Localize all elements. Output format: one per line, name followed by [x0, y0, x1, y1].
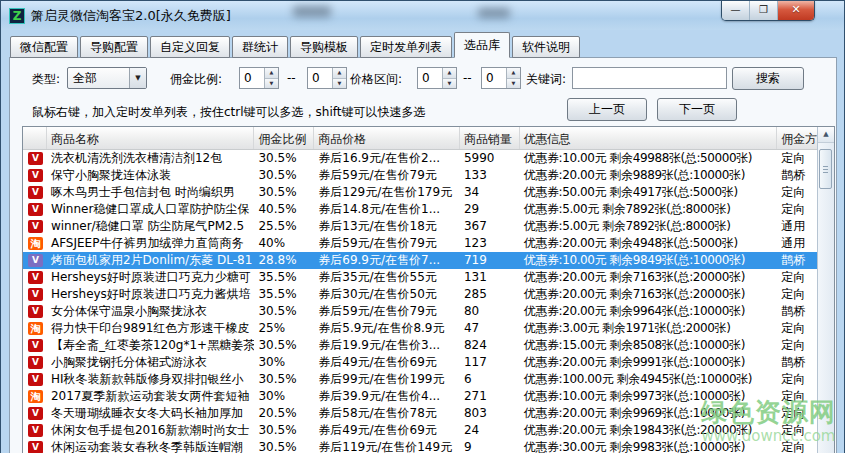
- tab-custom-reply[interactable]: 自定义回复: [150, 36, 230, 58]
- tmall-icon: V: [28, 186, 43, 199]
- tab-label: 自定义回复: [160, 40, 220, 54]
- sales-cell: 123: [460, 235, 520, 252]
- column-header-commission[interactable]: 佣金比例: [254, 127, 314, 149]
- column-header-price[interactable]: 商品价格: [314, 127, 460, 149]
- sales-cell: 824: [460, 337, 520, 354]
- sales-cell: 29: [460, 201, 520, 218]
- price-cell: 券后49元/在售价69元: [314, 354, 460, 371]
- tab-product-library[interactable]: 选品库: [454, 32, 510, 58]
- maximize-button[interactable]: ❐: [750, 1, 778, 20]
- product-grid: 商品名称 佣金比例 商品价格 商品销量 优惠信息 佣金方式 V 洗衣机清洗剂洗衣…: [23, 127, 817, 453]
- coupon-info-cell: 优惠券:20.00元 剩余7163张(总:20000张): [520, 269, 777, 286]
- commission-type-cell: 鹊桥: [777, 354, 817, 371]
- spinner-down-icon[interactable]: ▼: [507, 79, 520, 89]
- coupon-info-cell: 优惠券:5.00元 剩余7892张(总:8000张): [520, 201, 777, 218]
- price-min-value[interactable]: 0: [418, 68, 442, 88]
- spinner-down-icon[interactable]: ▼: [265, 79, 278, 89]
- tab-guide-template[interactable]: 导购模板: [290, 36, 358, 58]
- product-name-cell: 啄木鸟男士手包信封包 时尚编织男: [47, 184, 254, 201]
- price-min-spinner[interactable]: 0 ▲▼: [417, 67, 457, 89]
- column-header-name[interactable]: 商品名称: [47, 127, 254, 149]
- table-row[interactable]: 淘 得力快干印台9891红色方形速干橡皮 25% 券后5.9元/在售价8.9元 …: [23, 320, 817, 337]
- coupon-info-cell: 优惠券:20.00元 剩余9991张(总:10000张): [520, 354, 777, 371]
- tmall-icon: V: [28, 169, 43, 182]
- minimize-button[interactable]: —: [722, 1, 750, 20]
- scroll-up-icon[interactable]: ▲: [818, 127, 834, 143]
- tmall-icon: V: [28, 407, 43, 420]
- type-select[interactable]: 全部 ▼: [67, 67, 147, 89]
- column-header-sales[interactable]: 商品销量: [460, 127, 520, 149]
- product-name-cell: 冬天珊瑚绒睡衣女冬大码长袖加厚加: [47, 405, 254, 422]
- commission-type-cell: 定向: [777, 269, 817, 286]
- table-row[interactable]: V 【寿全斋_红枣姜茶120g*1+黑糖姜茶 30.5% 券后19.9元/在售价…: [23, 337, 817, 354]
- taobao-icon: 淘: [28, 237, 43, 250]
- commission-cell: 30.5%: [254, 371, 314, 388]
- commission-cell: 30%: [254, 354, 314, 371]
- app-window: Z 箫启灵微信淘客宝2.0[永久免费版] — ❐ ✕ 微信配置 导购配置 自定义…: [0, 0, 845, 453]
- table-row[interactable]: V 洗衣机清洗剂洗衣槽清洁剂12包 30.5% 券后16.9元/在售价2... …: [23, 150, 817, 167]
- spinner-up-icon[interactable]: ▲: [333, 68, 346, 79]
- spinner-buttons: ▲▼: [332, 68, 346, 88]
- coupon-info-cell: 优惠券:15.00元 剩余8508张(总:10000张): [520, 337, 777, 354]
- vertical-scrollbar[interactable]: ▲: [817, 127, 834, 453]
- icon-cell: 淘: [23, 388, 47, 405]
- table-row[interactable]: V 保守小胸聚拢连体泳装 30.5% 券后59元/在售价79元 133 优惠券:…: [23, 167, 817, 184]
- commission-min-value[interactable]: 0: [240, 68, 264, 88]
- commission-cell: 30.5%: [254, 167, 314, 184]
- table-row[interactable]: V HI秋冬装新款韩版修身双排扣银丝小 30.5% 券后99元/在售价199元 …: [23, 371, 817, 388]
- spinner-up-icon[interactable]: ▲: [507, 68, 520, 79]
- tab-wechat-config[interactable]: 微信配置: [10, 36, 78, 58]
- tmall-icon: V: [28, 203, 43, 216]
- price-max-value[interactable]: 0: [482, 68, 506, 88]
- prev-page-button[interactable]: 上一页: [567, 98, 647, 121]
- table-row[interactable]: V 休闲运动套装女春秋冬季韩版连帽潮 30.5% 券后119元/在售价149元 …: [23, 439, 817, 453]
- spinner-up-icon[interactable]: ▲: [443, 68, 456, 79]
- table-row[interactable]: V 烤面包机家用2片Donlim/东菱 DL-81 28.8% 券后69.9元/…: [23, 252, 817, 269]
- tab-group-stats[interactable]: 群统计: [232, 36, 288, 58]
- icon-cell: V: [23, 354, 47, 371]
- table-row[interactable]: V 女分体保守温泉小胸聚拢泳衣 30.5% 券后59元/在售价79元 80 优惠…: [23, 303, 817, 320]
- table-row[interactable]: V Hersheys好时原装进口巧克力少糖可 35.5% 券后35元/在售价55…: [23, 269, 817, 286]
- close-button[interactable]: ✕: [778, 1, 814, 20]
- tab-label: 群统计: [242, 40, 278, 54]
- table-row[interactable]: 淘 2017夏季新款运动套装女两件套短袖 30% 券后39.9元/在售价4...…: [23, 388, 817, 405]
- price-cell: 券后58元/在售价78元: [314, 405, 460, 422]
- column-header-type[interactable]: 佣金方式: [777, 127, 817, 149]
- table-row[interactable]: V Hersheys好时原装进口巧克力酱烘培 35.5% 券后30元/在售价50…: [23, 286, 817, 303]
- table-row[interactable]: V winner/稳健口罩 防尘防尾气PM2.5 25.5% 券后13元/在售价…: [23, 218, 817, 235]
- table-row[interactable]: 淘 AFSJEEP牛仔裤男加绒弹力直筒商务 40% 券后59元/在售价79元 1…: [23, 235, 817, 252]
- product-name-cell: 【寿全斋_红枣姜茶120g*1+黑糖姜茶: [47, 337, 254, 354]
- table-row[interactable]: V Winner稳健口罩成人口罩防护防尘保 40.5% 券后14.8元/在售价1…: [23, 201, 817, 218]
- spinner-down-icon[interactable]: ▼: [333, 79, 346, 89]
- spinner-up-icon[interactable]: ▲: [265, 68, 278, 79]
- search-button[interactable]: 搜索: [732, 67, 804, 90]
- tab-timed-send-list[interactable]: 定时发单列表: [360, 36, 452, 58]
- table-row[interactable]: V 小胸聚拢钢托分体裙式游泳衣 30% 券后49元/在售价69元 117 优惠券…: [23, 354, 817, 371]
- product-table: 商品名称 佣金比例 商品价格 商品销量 优惠信息 佣金方式 V 洗衣机清洗剂洗衣…: [22, 126, 835, 453]
- tab-guide-config[interactable]: 导购配置: [80, 36, 148, 58]
- table-row[interactable]: V 休闲女包手提包2016新款潮时尚女士 30.5% 券后49元/在售价69元 …: [23, 422, 817, 439]
- scrollbar-thumb[interactable]: [819, 149, 832, 189]
- icon-cell: 淘: [23, 235, 47, 252]
- column-header-icon[interactable]: [23, 127, 47, 149]
- spinner-down-icon[interactable]: ▼: [443, 79, 456, 89]
- commission-max-spinner[interactable]: 0 ▲▼: [307, 67, 347, 89]
- tab-software-help[interactable]: 软件说明: [512, 36, 580, 58]
- next-page-button[interactable]: 下一页: [657, 98, 737, 121]
- commission-cell: 30%: [254, 388, 314, 405]
- chevron-down-icon[interactable]: ▼: [129, 68, 146, 88]
- icon-cell: V: [23, 167, 47, 184]
- type-label: 类型:: [32, 71, 60, 88]
- price-max-spinner[interactable]: 0 ▲▼: [481, 67, 521, 89]
- product-name-cell: 休闲运动套装女春秋冬季韩版连帽潮: [47, 439, 254, 453]
- tab-label: 导购模板: [300, 40, 348, 54]
- table-row[interactable]: V 啄木鸟男士手包信封包 时尚编织男 30.5% 券后129元/在售价179元 …: [23, 184, 817, 201]
- price-cell: 券后59元/在售价79元: [314, 235, 460, 252]
- sales-cell: 803: [460, 405, 520, 422]
- table-row[interactable]: V 冬天珊瑚绒睡衣女冬大码长袖加厚加 20.5% 券后58元/在售价78元 80…: [23, 405, 817, 422]
- icon-cell: V: [23, 184, 47, 201]
- commission-max-value[interactable]: 0: [308, 68, 332, 88]
- column-header-coupon[interactable]: 优惠信息: [520, 127, 777, 149]
- commission-min-spinner[interactable]: 0 ▲▼: [239, 67, 279, 89]
- keyword-input[interactable]: [572, 67, 727, 89]
